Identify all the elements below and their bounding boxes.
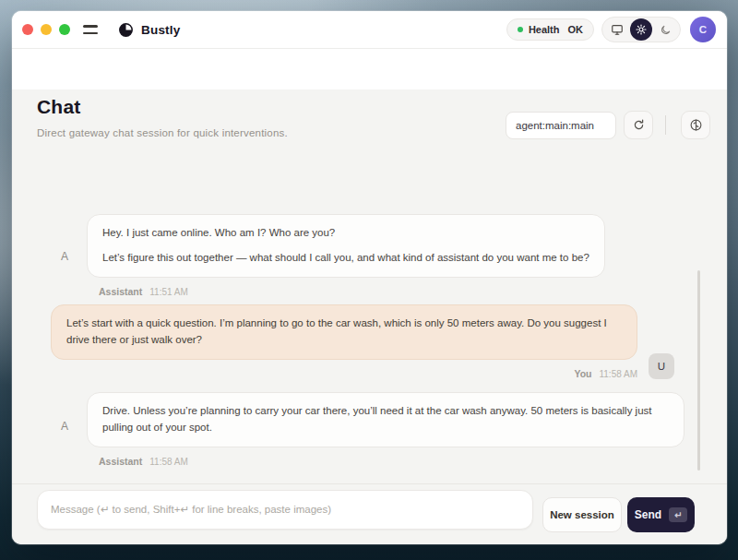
message-text: Hey. I just came online. Who am I? Who a… [102,225,589,242]
message-group-assistant-2: A Drive. Unless you’re planning to carry… [54,392,684,467]
new-session-button[interactable]: New session [542,497,622,532]
health-dot-icon [518,27,523,32]
message-text: Let’s figure this out together — what sh… [102,250,589,267]
minimize-button[interactable] [41,24,52,35]
theme-dark-button[interactable] [654,18,676,41]
composer: New session Send ↵ [12,483,727,544]
assistant-message-bubble: Hey. I just came online. Who am I? Who a… [87,214,605,278]
health-status-badge: Health OK [506,18,594,41]
health-label: Health [529,24,560,35]
assistant-avatar: A [54,420,76,447]
theme-light-button[interactable] [630,18,652,41]
hamburger-icon [83,25,98,27]
refresh-icon [632,118,646,132]
moon-icon [660,24,672,36]
chat-scrollbar[interactable] [697,270,700,471]
message-text: Let’s start with a quick question. I’m p… [66,316,622,349]
page-subtitle: Direct gateway chat session for quick in… [37,127,288,138]
message-meta: You 11:58 AM [51,368,637,379]
monitor-icon [611,23,624,36]
chat-view: Chat Direct gateway chat session for qui… [12,89,727,544]
header-divider [665,115,666,135]
message-time: 11:51 AM [149,287,188,297]
health-status: OK [568,24,584,35]
message-time: 11:58 AM [599,369,637,379]
enter-key-icon: ↵ [669,507,687,522]
menu-button[interactable] [83,18,105,41]
bustly-logo-icon [118,22,134,38]
app-window: Bustly Health OK [12,11,727,544]
send-button-label: Send [635,508,661,521]
user-avatar[interactable]: C [690,17,716,42]
theme-switcher [601,17,681,42]
message-group-assistant-1: A Hey. I just came online. Who am I? Who… [54,214,605,297]
message-group-user: Let’s start with a quick question. I’m p… [51,304,674,379]
sun-icon [636,24,647,35]
theme-system-button[interactable] [606,18,628,41]
refresh-button[interactable] [624,111,653,139]
message-sender: You [574,368,591,379]
assistant-avatar: A [54,250,76,278]
user-message-avatar: U [649,353,674,379]
message-meta: Assistant 11:58 AM [99,456,684,467]
zoom-button[interactable] [59,24,70,35]
brain-icon [689,118,703,132]
message-sender: Assistant [99,286,142,297]
message-meta: Assistant 11:51 AM [99,286,605,297]
message-input[interactable] [37,490,533,530]
message-time: 11:58 AM [149,457,188,467]
window-controls [22,24,70,35]
brain-button[interactable] [681,111,710,139]
user-message-bubble: Let’s start with a quick question. I’m p… [51,304,637,360]
brand: Bustly [118,22,180,38]
assistant-message-bubble: Drive. Unless you’re planning to carry y… [87,392,684,447]
message-text: Drive. Unless you’re planning to carry y… [102,403,669,436]
close-button[interactable] [22,24,33,35]
brand-name: Bustly [141,23,180,37]
agent-selector-input[interactable] [506,112,616,139]
send-button[interactable]: Send ↵ [627,497,695,532]
page-title: Chat [37,96,80,118]
titlebar: Bustly Health OK [12,11,727,49]
message-sender: Assistant [99,456,142,467]
